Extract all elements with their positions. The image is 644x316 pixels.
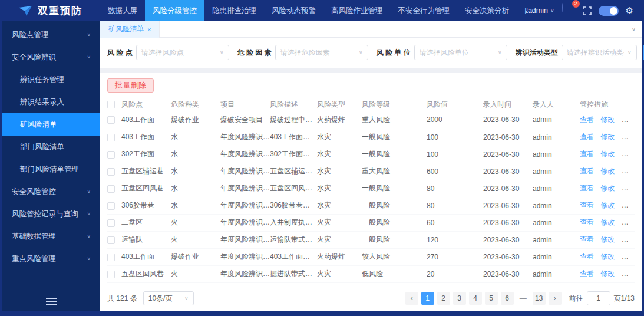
page-button[interactable]: 4	[469, 292, 482, 305]
row-checkbox[interactable]	[107, 185, 115, 193]
row-checkbox[interactable]	[107, 236, 115, 244]
page-button[interactable]: 13	[533, 292, 546, 305]
delete-link[interactable]: 删除	[622, 116, 635, 124]
next-page-button[interactable]: ›	[549, 292, 562, 305]
tab-dropdown-icon[interactable]: ∨	[632, 26, 636, 32]
view-link[interactable]: 查看	[580, 184, 594, 192]
avatar-image	[562, 3, 563, 12]
edit-link[interactable]: 修改	[600, 150, 615, 158]
sidebar-item[interactable]: 基础数据管理 ∨	[2, 225, 100, 248]
sidebar-collapse-icon[interactable]	[2, 298, 100, 305]
row-checkbox[interactable]	[107, 219, 115, 227]
top-nav-item[interactable]: 风险动态预警	[264, 0, 323, 21]
cell-entry-user: admin	[533, 248, 580, 265]
chevron-down-icon: ∨	[87, 48, 91, 66]
delete-link[interactable]: 删除	[622, 150, 635, 158]
sidebar-item[interactable]: 辨识任务管理 ∨	[2, 68, 100, 91]
gear-icon[interactable]: ⚙	[626, 5, 633, 16]
col-actions: 管控措施	[580, 97, 635, 111]
delete-link[interactable]: 删除	[622, 235, 635, 243]
page-button[interactable]: 6	[501, 292, 514, 305]
edit-link[interactable]: 修改	[600, 201, 615, 209]
edit-link[interactable]: 修改	[600, 167, 615, 175]
filter-select[interactable]: 请选择辨识活动类型 ∨	[562, 45, 637, 60]
goto-page-input[interactable]	[587, 291, 610, 305]
select-all-checkbox[interactable]	[107, 101, 115, 108]
view-link[interactable]: 查看	[580, 150, 594, 158]
cell-entry-time: 2023-06-30	[483, 111, 533, 129]
delete-link[interactable]: 删除	[622, 201, 635, 209]
sidebar-item[interactable]: 辨识结果录入 ∨	[2, 91, 100, 113]
cell-actions: 查看 修改 删除	[580, 197, 635, 214]
sidebar-item-label: 风险点管理	[12, 24, 49, 46]
view-link[interactable]: 查看	[580, 218, 594, 226]
top-nav-item[interactable]: 不安全行为管理	[391, 0, 458, 21]
view-link[interactable]: 查看	[580, 116, 594, 124]
select-placeholder: 请选择辨识活动类型	[567, 48, 624, 58]
delete-link[interactable]: 删除	[622, 252, 635, 261]
delete-link[interactable]: 删除	[622, 218, 635, 226]
row-checkbox[interactable]	[107, 151, 115, 159]
view-link[interactable]: 查看	[580, 201, 594, 209]
row-checkbox[interactable]	[107, 254, 115, 261]
table-row: 302工作面 水 年度风险辨识评估... 302工作面回采期... 水灾 一般风…	[107, 146, 635, 163]
edit-link[interactable]: 修改	[600, 184, 615, 192]
view-link[interactable]: 查看	[580, 133, 594, 141]
sidebar-item[interactable]: 部门风险清单 ∨	[2, 136, 100, 158]
edit-link[interactable]: 修改	[600, 218, 615, 226]
row-checkbox[interactable]	[107, 116, 115, 124]
theme-toggle[interactable]	[599, 6, 619, 16]
edit-link[interactable]: 修改	[600, 116, 615, 124]
view-link[interactable]: 查看	[580, 235, 594, 243]
fullscreen-icon[interactable]	[583, 6, 592, 15]
row-checkbox[interactable]	[107, 134, 115, 141]
cell-risk-desc: 403工作面回采期...	[270, 129, 317, 146]
top-nav-item[interactable]: 隐患排查治理	[204, 0, 264, 21]
page-button[interactable]: 1	[421, 292, 434, 305]
sidebar-item[interactable]: 部门风险清单管理 ∨	[2, 158, 100, 180]
tab-mine-risk-list[interactable]: 矿风险清单 ×	[100, 21, 160, 38]
top-nav-item[interactable]: 风险分级管控	[145, 0, 204, 21]
user-menu[interactable]: admin ∨	[528, 6, 554, 15]
edit-link[interactable]: 修改	[600, 252, 615, 261]
delete-link[interactable]: 删除	[622, 184, 635, 192]
sidebar-item[interactable]: 风险管控记录与查询 ∨	[2, 203, 100, 225]
avatar[interactable]: 2	[562, 4, 576, 18]
row-checkbox[interactable]	[107, 202, 115, 210]
delete-link[interactable]: 删除	[622, 269, 635, 278]
edit-link[interactable]: 修改	[600, 133, 615, 141]
filter-select[interactable]: 请选择风险单位 ∨	[414, 45, 507, 60]
sidebar-item[interactable]: 风险点管理 ∨	[2, 24, 100, 46]
edit-link[interactable]: 修改	[600, 235, 615, 243]
sidebar-item[interactable]: 重点风险管理 ∨	[2, 248, 100, 270]
top-nav-item[interactable]: 数据大屏	[100, 0, 145, 21]
row-checkbox[interactable]	[107, 168, 115, 176]
close-icon[interactable]: ×	[147, 26, 151, 33]
top-nav-item[interactable]: 四员两长考核	[517, 0, 528, 21]
view-link[interactable]: 查看	[580, 252, 594, 261]
page-button[interactable]: 3	[453, 292, 466, 305]
view-link[interactable]: 查看	[580, 269, 594, 278]
top-nav-item[interactable]: 安全决策分析	[457, 0, 517, 21]
filter-select[interactable]: 请选择风险点 ∨	[136, 45, 229, 60]
cell-risk-desc: 掘进队带式输送机...	[270, 265, 317, 282]
page-button[interactable]: 5	[485, 292, 498, 305]
sidebar-item[interactable]: 矿风险清单 ∨	[2, 113, 100, 136]
top-nav-item[interactable]: 高风险作业管理	[323, 0, 391, 21]
sidebar-item[interactable]: 安全风险辨识 ∨	[2, 46, 100, 68]
edit-link[interactable]: 修改	[600, 269, 615, 278]
prev-page-button[interactable]: ‹	[405, 292, 418, 305]
page-size-select[interactable]: 10条/页 ∨	[143, 291, 194, 305]
topbar: 双重预防 数据大屏 风险分级管控 隐患排查治理 风险动态预警 高风险作业管理 不…	[2, 0, 642, 21]
filter-select[interactable]: 请选择危险因素 ∨	[275, 45, 368, 60]
page-button[interactable]: —	[517, 292, 530, 305]
page-button[interactable]: 2	[437, 292, 450, 305]
sidebar-item[interactable]: 安全风险管控 ∨	[2, 180, 100, 203]
batch-delete-button[interactable]: 批量删除	[107, 78, 154, 93]
cell-entry-time: 2023-06-30	[483, 129, 533, 146]
delete-link[interactable]: 删除	[622, 133, 635, 141]
delete-link[interactable]: 删除	[622, 167, 635, 175]
view-link[interactable]: 查看	[580, 167, 594, 175]
cell-project: 年度风险辨识评估...	[220, 265, 270, 282]
row-checkbox[interactable]	[107, 271, 115, 278]
